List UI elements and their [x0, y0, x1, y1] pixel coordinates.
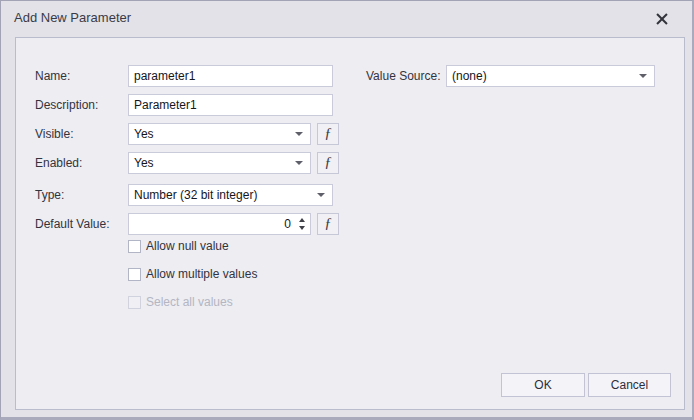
value-source-value: (none)	[452, 69, 487, 83]
chevron-down-icon	[295, 161, 303, 165]
spin-up-icon[interactable]	[299, 218, 305, 222]
allow-multiple-values-label: Allow multiple values	[146, 268, 257, 281]
value-source-label: Value Source:	[366, 65, 441, 87]
description-label: Description:	[35, 94, 98, 116]
close-icon[interactable]	[654, 11, 670, 27]
chevron-down-icon	[295, 132, 303, 136]
type-label: Type:	[35, 184, 64, 206]
visible-value: Yes	[134, 127, 154, 141]
add-new-parameter-dialog: Add New Parameter Name: Value Source: (n…	[0, 0, 694, 420]
enabled-value: Yes	[134, 156, 154, 170]
default-value-label: Default Value:	[35, 213, 110, 235]
type-value: Number (32 bit integer)	[134, 188, 257, 202]
default-value-text: 0	[284, 214, 291, 234]
enabled-expression-button[interactable]: ƒ	[317, 152, 339, 174]
name-label: Name:	[35, 65, 70, 87]
type-combobox[interactable]: Number (32 bit integer)	[128, 184, 333, 206]
description-input[interactable]	[128, 94, 333, 116]
ok-button[interactable]: OK	[501, 373, 585, 397]
select-all-values-checkbox	[128, 296, 141, 309]
default-value-expression-button[interactable]: ƒ	[317, 213, 339, 235]
dialog-title: Add New Parameter	[14, 10, 131, 25]
spin-down-icon[interactable]	[299, 226, 305, 230]
function-icon: ƒ	[324, 126, 332, 141]
function-icon: ƒ	[324, 155, 332, 170]
function-icon: ƒ	[324, 216, 332, 231]
visible-label: Visible:	[35, 123, 73, 145]
allow-multiple-values-checkbox[interactable]	[128, 268, 141, 281]
chevron-down-icon	[317, 193, 325, 197]
visible-combobox[interactable]: Yes	[128, 123, 311, 145]
cancel-button[interactable]: Cancel	[588, 373, 671, 397]
enabled-combobox[interactable]: Yes	[128, 152, 311, 174]
allow-null-value-label: Allow null value	[146, 240, 229, 253]
value-source-combobox[interactable]: (none)	[446, 65, 655, 87]
default-value-spin-editor[interactable]: 0	[128, 213, 311, 235]
name-input[interactable]	[128, 65, 333, 87]
visible-expression-button[interactable]: ƒ	[317, 123, 339, 145]
allow-null-value-checkbox[interactable]	[128, 240, 141, 253]
chevron-down-icon	[639, 74, 647, 78]
dialog-content-panel	[15, 37, 685, 410]
select-all-values-label: Select all values	[146, 296, 233, 309]
enabled-label: Enabled:	[35, 152, 82, 174]
